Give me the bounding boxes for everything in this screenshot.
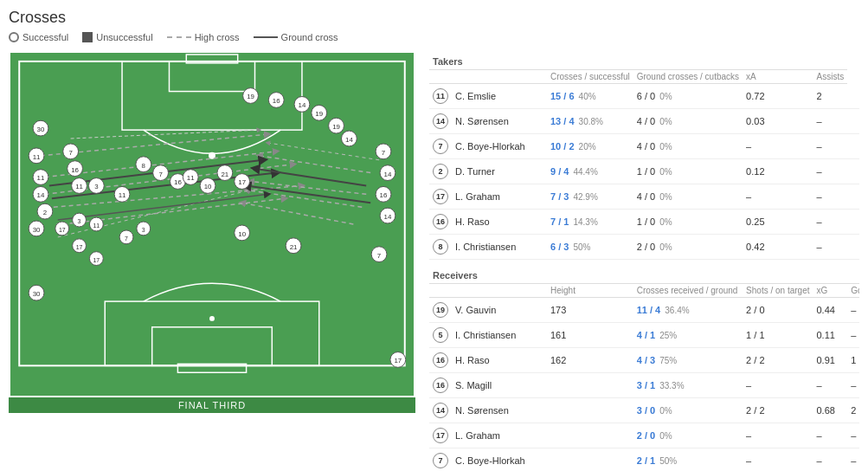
xg-cell: 0.68 xyxy=(813,397,847,423)
svg-text:17: 17 xyxy=(59,227,66,233)
player-name-cell: I. Christiansen xyxy=(452,322,547,347)
receiver-row: 19 V. Gauvin 173 11 / 4 36.4% 2 / 0 0.44… xyxy=(429,297,859,322)
legend-unsuccessful: Unsuccessful xyxy=(82,32,152,42)
svg-text:7: 7 xyxy=(125,236,128,242)
svg-text:19: 19 xyxy=(315,110,323,118)
pitch-field: 30 11 11 14 2 30 7 14 16 14 xyxy=(9,51,415,397)
assists-cell: – xyxy=(813,184,847,210)
svg-text:10: 10 xyxy=(238,230,246,238)
crosses-cell: 9 / 4 44.4% xyxy=(547,159,633,184)
crosses-cell: 13 / 4 30.8% xyxy=(547,109,633,134)
height-cell: 173 xyxy=(547,297,633,322)
taker-row: 16 H. Raso 7 / 1 14.3% 1 / 0 0% 0.25 – xyxy=(429,210,859,235)
crosses-received-cell: 2 / 0 0% xyxy=(633,423,743,448)
crosses-received-cell: 2 / 1 50% xyxy=(633,448,743,471)
svg-text:19: 19 xyxy=(247,93,254,100)
ground-cell: 4 / 0 0% xyxy=(633,184,743,210)
taker-row: 14 N. Sørensen 13 / 4 30.8% 4 / 0 0% 0.0… xyxy=(429,109,859,134)
stats-table: Takers Crosses / successful Ground cross… xyxy=(429,51,859,471)
receiver-row: 16 S. Magill 3 / 1 33.3% – – – xyxy=(429,372,859,397)
ground-cell: 6 / 0 0% xyxy=(633,84,743,109)
player-num-cell: 16 xyxy=(429,210,452,235)
legend: Successful Unsuccessful High cross Groun… xyxy=(9,32,859,42)
svg-text:14: 14 xyxy=(384,171,392,178)
goals-cell: 2 xyxy=(847,397,859,423)
player-num-cell: 16 xyxy=(429,347,452,372)
player-name-cell: D. Turner xyxy=(452,159,547,184)
shots-cell: – xyxy=(743,423,813,448)
shots-cell: 2 / 2 xyxy=(743,397,813,423)
legend-high-cross: High cross xyxy=(167,32,240,42)
svg-text:11: 11 xyxy=(33,153,41,161)
xa-cell: – xyxy=(743,184,813,210)
crosses-cell: 7 / 1 14.3% xyxy=(547,210,633,235)
goals-cell: – xyxy=(847,372,859,397)
crosses-cell: 10 / 2 20% xyxy=(547,134,633,159)
player-name-cell: N. Sørensen xyxy=(452,397,547,423)
svg-text:30: 30 xyxy=(33,290,41,298)
taker-row: 17 L. Graham 7 / 3 42.9% 4 / 0 0% – – xyxy=(429,184,859,210)
xa-cell: 0.42 xyxy=(743,235,813,260)
crosses-received-cell: 4 / 3 75% xyxy=(633,347,743,372)
player-name-cell: N. Sørensen xyxy=(452,109,547,134)
page-title: Crosses xyxy=(9,9,859,27)
player-name-cell: H. Raso xyxy=(452,210,547,235)
player-num-cell: 2 xyxy=(429,159,452,184)
player-name-cell: V. Gauvin xyxy=(452,297,547,322)
crosses-received-cell: 11 / 4 36.4% xyxy=(633,297,743,322)
svg-text:14: 14 xyxy=(37,191,45,199)
svg-text:21: 21 xyxy=(290,243,298,251)
xg-cell: 0.91 xyxy=(813,347,847,372)
pitch-label: FINAL THIRD xyxy=(9,397,415,413)
receiver-row: 14 N. Sørensen 3 / 0 0% 2 / 2 0.68 2 xyxy=(429,397,859,423)
svg-text:11: 11 xyxy=(119,191,126,199)
svg-text:19: 19 xyxy=(332,123,340,131)
receiver-row: 7 C. Boye-Hlorkah 2 / 1 50% – – – xyxy=(429,448,859,471)
ground-cross-icon xyxy=(254,36,278,38)
svg-point-8 xyxy=(209,316,215,321)
xa-cell: 0.03 xyxy=(743,109,813,134)
svg-rect-6 xyxy=(152,327,273,366)
player-name-cell: S. Magill xyxy=(452,372,547,397)
xg-cell: – xyxy=(813,372,847,397)
pitch-container: 30 11 11 14 2 30 7 14 16 14 xyxy=(9,51,415,471)
takers-header: Takers xyxy=(429,51,859,70)
crosses-cell: 7 / 3 42.9% xyxy=(547,184,633,210)
svg-text:8: 8 xyxy=(142,162,146,170)
height-cell: 162 xyxy=(547,347,633,372)
svg-text:11: 11 xyxy=(75,183,83,190)
stats-container: Takers Crosses / successful Ground cross… xyxy=(429,51,859,471)
taker-row: 8 I. Christiansen 6 / 3 50% 2 / 0 0% 0.4… xyxy=(429,235,859,260)
height-cell xyxy=(547,423,633,448)
player-num-cell: 11 xyxy=(429,84,452,109)
player-num-cell: 16 xyxy=(429,372,452,397)
shots-cell: 2 / 2 xyxy=(743,347,813,372)
svg-line-18 xyxy=(58,190,251,236)
svg-text:7: 7 xyxy=(382,149,385,157)
receiver-row: 17 L. Graham 2 / 0 0% – – – xyxy=(429,423,859,448)
xg-cell: 0.44 xyxy=(813,297,847,322)
ground-cell: 4 / 0 0% xyxy=(633,109,743,134)
height-cell xyxy=(547,448,633,471)
svg-text:16: 16 xyxy=(273,97,280,105)
assists-cell: – xyxy=(813,109,847,134)
svg-text:14: 14 xyxy=(384,213,392,221)
player-num-cell: 7 xyxy=(429,448,452,471)
goals-cell: – xyxy=(847,448,859,471)
svg-text:30: 30 xyxy=(33,226,41,234)
svg-text:7: 7 xyxy=(68,149,72,157)
svg-line-20 xyxy=(71,130,260,139)
goals-cell: – xyxy=(847,423,859,448)
crosses-received-cell: 3 / 1 33.3% xyxy=(633,372,743,397)
svg-rect-2 xyxy=(170,61,255,92)
xg-cell: 0.11 xyxy=(813,322,847,347)
player-num-cell: 17 xyxy=(429,184,452,210)
svg-text:11: 11 xyxy=(37,175,45,183)
ground-cell: 1 / 0 0% xyxy=(633,159,743,184)
player-name-cell: I. Christiansen xyxy=(452,235,547,260)
unsuccessful-icon xyxy=(82,32,93,42)
player-num-cell: 5 xyxy=(429,322,452,347)
assists-cell: – xyxy=(813,235,847,260)
svg-text:10: 10 xyxy=(204,183,212,190)
assists-cell: – xyxy=(813,134,847,159)
